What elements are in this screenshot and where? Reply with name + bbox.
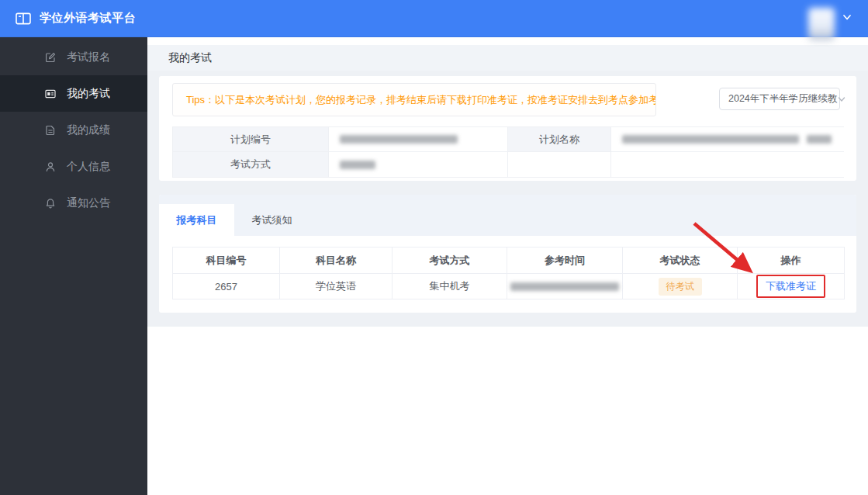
sidebar-item-label: 考试报名 bbox=[67, 50, 110, 64]
exam-time-cell-redacted bbox=[507, 274, 623, 299]
redacted-text bbox=[622, 135, 799, 144]
plan-select[interactable]: 2024年下半年学历继续教 bbox=[719, 88, 840, 110]
sidebar-item-profile[interactable]: 个人信息 bbox=[0, 148, 147, 185]
tips-text: Tips：以下是本次考试计划，您的报考记录，排考结束后请下载打印准考证，按准考证… bbox=[186, 93, 656, 107]
exam-status-cell: 待考试 bbox=[623, 274, 738, 299]
document-icon bbox=[44, 124, 57, 137]
chevron-down-icon bbox=[837, 95, 846, 104]
avatar[interactable] bbox=[808, 8, 835, 40]
sidebar-item-exam-signup[interactable]: 考试报名 bbox=[0, 39, 147, 75]
app-title: 学位外语考试平台 bbox=[40, 11, 136, 26]
redacted-text bbox=[510, 282, 619, 291]
empty-cell bbox=[611, 152, 844, 177]
empty-cell bbox=[508, 152, 611, 177]
redacted-text bbox=[340, 161, 375, 169]
top-navbar: 学位外语考试平台 bbox=[0, 0, 868, 37]
exam-card-icon bbox=[44, 88, 57, 100]
download-admission-ticket-link[interactable]: 下载准考证 bbox=[766, 280, 816, 292]
open-book-icon bbox=[16, 12, 31, 25]
plan-select-value: 2024年下半年学历继续教 bbox=[728, 92, 837, 106]
sidebar-item-label: 通知公告 bbox=[67, 196, 110, 210]
subject-name-cell: 学位英语 bbox=[280, 274, 393, 299]
sidebar-item-my-exams[interactable]: 我的考试 bbox=[0, 75, 147, 112]
tab-bar: 报考科目 考试须知 bbox=[159, 195, 856, 236]
tab-label: 报考科目 bbox=[177, 213, 217, 227]
col-subject-code: 科目编号 bbox=[173, 248, 280, 274]
exam-method-cell: 集中机考 bbox=[393, 274, 507, 299]
redacted-text bbox=[340, 135, 458, 144]
content-panel: Tips：以下是本次考试计划，您的报考记录，排考结束后请下载打印准考证，按准考证… bbox=[147, 71, 868, 327]
plan-info-grid: 计划编号 计划名称 考试方式 bbox=[172, 126, 844, 178]
plan-name-value-redacted bbox=[611, 127, 844, 152]
main-content: 我的考试 Tips：以下是本次考试计划，您的报考记录，排考结束后请下载打印准考证… bbox=[147, 37, 868, 495]
col-exam-status: 考试状态 bbox=[623, 248, 738, 274]
tips-banner: Tips：以下是本次考试计划，您的报考记录，排考结束后请下载打印准考证，按准考证… bbox=[172, 83, 656, 116]
chevron-down-icon[interactable] bbox=[842, 12, 852, 22]
edit-icon bbox=[44, 51, 57, 64]
user-menu[interactable] bbox=[808, 0, 852, 37]
annotation-highlight-box: 下载准考证 bbox=[756, 275, 825, 298]
exam-method-value-redacted bbox=[329, 152, 508, 177]
action-cell: 下载准考证 bbox=[738, 274, 845, 299]
subject-code-cell: 2657 bbox=[173, 274, 280, 299]
sidebar-item-label: 我的成绩 bbox=[67, 123, 110, 137]
subjects-table: 科目编号 科目名称 考试方式 参考时间 考试状态 操作 2657 学位英语 集中… bbox=[172, 247, 845, 299]
col-exam-method: 考试方式 bbox=[393, 248, 507, 274]
plan-name-label: 计划名称 bbox=[508, 127, 611, 152]
page-title: 我的考试 bbox=[168, 51, 212, 65]
table-row: 2657 学位英语 集中机考 待考试 下载准考证 bbox=[173, 274, 845, 299]
table-header-row: 科目编号 科目名称 考试方式 参考时间 考试状态 操作 bbox=[173, 248, 845, 274]
subjects-card: 报考科目 考试须知 科目编号 科目名称 考试方式 参考时间 bbox=[159, 195, 856, 313]
plan-code-label: 计划编号 bbox=[173, 127, 329, 152]
plan-info-card: Tips：以下是本次考试计划，您的报考记录，排考结束后请下载打印准考证，按准考证… bbox=[159, 76, 856, 181]
user-icon bbox=[44, 161, 57, 173]
tab-registered-subjects[interactable]: 报考科目 bbox=[159, 204, 234, 236]
plan-code-value-redacted bbox=[329, 127, 508, 152]
redacted-text bbox=[807, 135, 832, 144]
tab-label: 考试须知 bbox=[252, 213, 292, 227]
tab-exam-notice[interactable]: 考试须知 bbox=[234, 204, 310, 236]
col-actions: 操作 bbox=[738, 248, 845, 274]
sidebar-item-label: 我的考试 bbox=[67, 87, 110, 101]
bell-icon bbox=[44, 197, 57, 209]
exam-method-label: 考试方式 bbox=[173, 152, 329, 177]
sidebar-item-my-scores[interactable]: 我的成绩 bbox=[0, 112, 147, 148]
status-badge: 待考试 bbox=[659, 278, 702, 296]
sidebar-item-label: 个人信息 bbox=[67, 160, 110, 174]
sidebar-item-announcements[interactable]: 通知公告 bbox=[0, 185, 147, 221]
page-title-bar: 我的考试 bbox=[147, 45, 868, 71]
sidebar-nav: 考试报名 我的考试 我的成绩 个人信息 通知公告 bbox=[0, 37, 147, 495]
col-subject-name: 科目名称 bbox=[280, 248, 393, 274]
col-exam-time: 参考时间 bbox=[507, 248, 623, 274]
